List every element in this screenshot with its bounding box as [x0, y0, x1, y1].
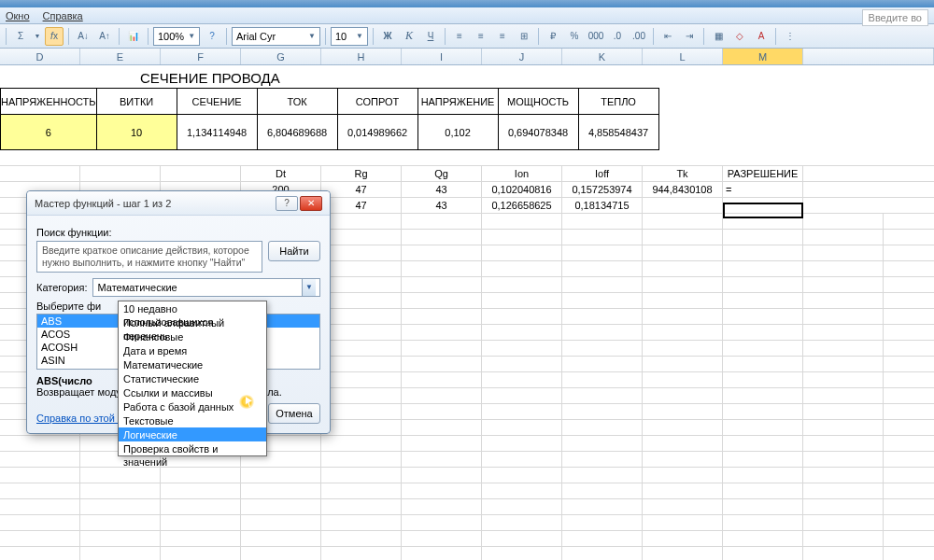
col-H[interactable]: H [321, 49, 402, 64]
category-dropdown[interactable]: 10 недавно использовавшихся Полный алфав… [118, 301, 267, 456]
close-icon[interactable]: ✕ [300, 196, 322, 211]
underline-button[interactable]: Ч [421, 27, 440, 46]
cancel-button[interactable]: Отмена [268, 403, 320, 424]
dropdown-icon[interactable]: ▼ [33, 27, 42, 46]
align-center-icon[interactable]: ≡ [472, 27, 490, 46]
font-combo[interactable]: Arial Cyr▼ [232, 27, 320, 46]
col-M[interactable]: M [723, 49, 803, 64]
extras-icon[interactable]: ⋮ [781, 27, 800, 46]
chart-icon[interactable]: 📊 [124, 27, 143, 46]
dialog-titlebar[interactable]: Мастер функций - шаг 1 из 2 ? ✕ [27, 191, 330, 216]
function-wizard-dialog: Мастер функций - шаг 1 из 2 ? ✕ Поиск фу… [26, 190, 331, 434]
sort-desc-icon[interactable]: A↑ [95, 27, 114, 46]
fontsize-combo[interactable]: 10▼ [331, 27, 368, 46]
search-description[interactable]: Введите краткое описание действия, котор… [36, 241, 262, 273]
menu-bar[interactable]: Окно Справка [0, 7, 934, 24]
comma-icon[interactable]: 000 [587, 27, 605, 46]
column-headers[interactable]: D E F G H I J K L M [0, 49, 934, 65]
col-K[interactable]: K [562, 49, 643, 64]
zoom-combo[interactable]: 100%▼ [153, 27, 200, 46]
toolbar: Σ ▼ fx A↓ A↑ 📊 100%▼ ? Arial Cyr▼ 10▼ Ж … [0, 24, 934, 49]
italic-button[interactable]: К [400, 27, 418, 46]
sheet-title: СЕЧЕНИЕ ПРОВОДА [0, 69, 934, 88]
fx-icon[interactable]: fx [45, 27, 64, 46]
fill-color-icon[interactable]: ◇ [730, 27, 749, 46]
bold-button[interactable]: Ж [378, 27, 397, 46]
merge-icon[interactable]: ⊞ [515, 27, 533, 46]
indent-inc-icon[interactable]: ⇥ [680, 27, 699, 46]
find-button[interactable]: Найти [268, 241, 320, 261]
menu-help[interactable]: Справка [43, 10, 83, 21]
indent-dec-icon[interactable]: ⇤ [658, 27, 677, 46]
col-I[interactable]: I [402, 49, 482, 64]
sum-icon[interactable]: Σ [11, 27, 30, 46]
data-table-1: НАПРЯЖЕННОСТЬ ВИТКИ СЕЧЕНИЕ ТОК СОПРОТ Н… [0, 88, 659, 150]
category-combo[interactable]: Математические▼ [92, 278, 320, 297]
col-D[interactable]: D [0, 49, 80, 64]
col-E[interactable]: E [80, 49, 161, 64]
borders-icon[interactable]: ▦ [709, 27, 728, 46]
sort-asc-icon[interactable]: A↓ [74, 27, 92, 46]
col-F[interactable]: F [161, 49, 241, 64]
col-J[interactable]: J [482, 49, 562, 64]
dec-inc-icon[interactable]: .0 [608, 27, 627, 46]
currency-icon[interactable]: ₽ [544, 27, 562, 46]
col-G[interactable]: G [241, 49, 321, 64]
align-left-icon[interactable]: ≡ [450, 27, 469, 46]
search-hint[interactable]: Введите во [862, 9, 928, 26]
font-color-icon[interactable]: A [752, 27, 771, 46]
help-icon[interactable]: ? [203, 27, 221, 46]
align-right-icon[interactable]: ≡ [493, 27, 512, 46]
active-cell[interactable]: = [723, 182, 803, 197]
menu-window[interactable]: Окно [6, 10, 30, 21]
help-icon[interactable]: ? [276, 196, 298, 211]
dec-dec-icon[interactable]: .00 [630, 27, 648, 46]
percent-icon[interactable]: % [565, 27, 584, 46]
col-L[interactable]: L [643, 49, 723, 64]
